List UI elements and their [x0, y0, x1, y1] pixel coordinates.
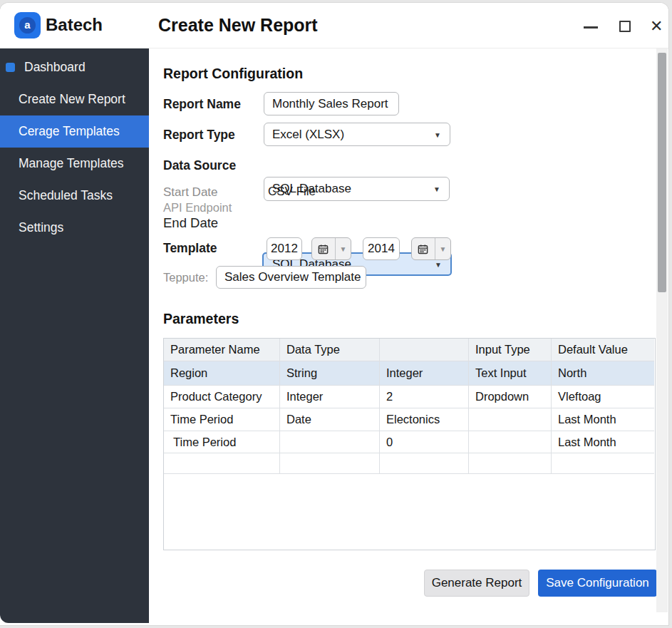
column-header[interactable]: Data Type — [280, 339, 380, 361]
sidebar-item-cerage-templates[interactable]: Cerage Templates — [0, 115, 149, 148]
minimize-button[interactable] — [579, 16, 603, 37]
table-cell[interactable] — [469, 408, 552, 431]
table-cell[interactable]: Vleftoag — [552, 386, 654, 408]
table-cell[interactable]: Dropdown — [469, 386, 552, 408]
report-name-input[interactable]: Monthly Sales Report — [264, 92, 399, 115]
column-header[interactable]: Default Value — [552, 339, 654, 361]
table-cell[interactable]: Electonics — [380, 408, 469, 431]
end-year-value: 2014 — [368, 242, 395, 256]
sidebar-item-dashboard[interactable]: Dashboard — [0, 51, 149, 83]
save-configuration-button[interactable]: Save Configuration — [538, 570, 657, 597]
sidebar-item-label: Cerage Templates — [19, 124, 120, 139]
scrollbar-thumb[interactable] — [658, 53, 666, 292]
table-cell[interactable]: 0 — [380, 431, 469, 453]
column-header[interactable]: Parameter Name — [164, 339, 280, 361]
table-cell[interactable]: Time Period — [164, 408, 280, 431]
maximize-button[interactable] — [613, 16, 637, 37]
vertical-scrollbar[interactable] — [656, 48, 668, 612]
title-bar: a Batech Create New Report ✕ — [0, 3, 668, 48]
table-cell[interactable]: Integer — [280, 386, 380, 408]
calendar-icon — [312, 238, 335, 259]
table-cell[interactable]: Text Input — [469, 361, 552, 386]
table-cell[interactable]: Region — [164, 361, 280, 386]
table-cell[interactable]: Product Category — [164, 386, 280, 408]
sidebar-item-label: Dashboard — [24, 60, 86, 75]
end-date-label: End Date — [163, 215, 218, 231]
table-cell[interactable]: North — [552, 361, 654, 386]
app-window: a Batech Create New Report ✕ Dashboard C… — [0, 3, 668, 625]
generate-report-button[interactable]: Generate Report — [424, 570, 529, 597]
table-cell[interactable] — [280, 431, 380, 453]
api-endpoint-label: API Endpoint — [163, 201, 232, 215]
dashboard-icon — [6, 63, 15, 72]
table-cell[interactable]: Integer — [380, 361, 469, 386]
end-date-picker-button[interactable]: ▼ — [411, 237, 451, 260]
brand-name: Batech — [46, 15, 103, 35]
data-source-option-csv-file[interactable]: CSV File — [268, 185, 316, 199]
report-type-select[interactable]: Excel (XLSX) ▼ — [264, 123, 450, 146]
minimize-icon — [584, 26, 598, 29]
sidebar-item-create-new-report[interactable]: Create New Report — [0, 83, 149, 115]
chevron-down-icon: ▼ — [435, 238, 450, 259]
start-year-input[interactable]: 2012 — [267, 237, 302, 260]
logo-letter: a — [19, 17, 36, 34]
table-cell[interactable]: 2 — [380, 386, 469, 408]
sidebar-item-scheduled-tasks[interactable]: Scheduled Tasks — [0, 180, 149, 212]
main-content: Report Configuration Report Name Monthly… — [149, 48, 668, 625]
table-cell[interactable] — [380, 453, 469, 474]
chevron-down-icon: ▼ — [336, 238, 351, 259]
calendar-icon — [412, 238, 435, 259]
start-date-picker-button[interactable]: ▼ — [311, 237, 351, 260]
column-header[interactable]: Input Type — [469, 339, 552, 361]
template-name-label: Teppute: — [163, 271, 208, 284]
parameters-table: Parameter Name Data Type Input Type Defa… — [163, 338, 656, 550]
column-header[interactable] — [380, 339, 469, 361]
close-icon: ✕ — [650, 17, 663, 36]
report-configuration-heading: Report Configuration — [163, 66, 303, 82]
close-button[interactable]: ✕ — [645, 16, 669, 37]
table-cell[interactable] — [469, 431, 552, 453]
table-cell[interactable]: Time Period — [164, 431, 280, 453]
parameters-heading: Parameters — [163, 311, 239, 327]
report-name-label: Report Name — [163, 97, 241, 112]
report-type-value: Excel (XLSX) — [272, 128, 344, 142]
table-cell[interactable] — [469, 453, 552, 474]
table-cell[interactable]: Last Month — [552, 408, 654, 431]
start-date-label: Start Date — [163, 185, 218, 200]
sidebar-item-label: Settings — [19, 220, 63, 235]
sidebar-item-label: Scheduled Tasks — [19, 188, 113, 203]
table-cell[interactable] — [280, 453, 380, 474]
template-label: Template — [163, 241, 217, 256]
template-name-input[interactable]: Sales Overview Template — [216, 266, 366, 289]
table-empty-area — [164, 474, 654, 550]
app-logo-icon: a — [14, 12, 41, 38]
sidebar-item-settings[interactable]: Settings — [0, 212, 149, 244]
table-cell[interactable] — [164, 453, 280, 474]
table-cell[interactable]: Last Month — [552, 431, 654, 453]
page-title: Create New Report — [158, 15, 318, 36]
start-year-value: 2012 — [271, 242, 298, 256]
sidebar-item-label: Manage Templates — [19, 156, 124, 171]
data-source-label: Data Source — [163, 158, 236, 173]
maximize-icon — [619, 21, 631, 32]
report-name-value: Monthly Sales Report — [272, 97, 388, 111]
table-cell[interactable] — [552, 453, 654, 474]
chevron-down-icon: ▼ — [433, 185, 440, 193]
chevron-down-icon: ▼ — [435, 260, 442, 268]
end-year-input[interactable]: 2014 — [363, 237, 400, 260]
sidebar-item-manage-templates[interactable]: Manage Templates — [0, 148, 149, 180]
template-name-value: Sales Overview Template — [224, 270, 361, 284]
chevron-down-icon: ▼ — [434, 130, 441, 138]
sidebar: Dashboard Create New Report Cerage Templ… — [0, 48, 149, 623]
table-cell[interactable]: String — [280, 361, 380, 386]
table-cell[interactable]: Date — [280, 408, 380, 431]
report-type-label: Report Type — [163, 128, 235, 143]
sidebar-item-label: Create New Report — [19, 92, 125, 107]
